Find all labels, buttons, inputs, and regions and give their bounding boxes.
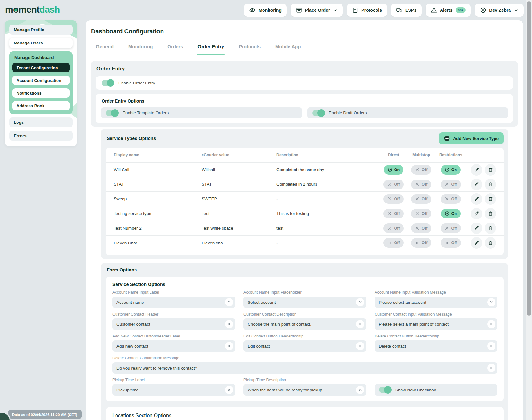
- multistop-off-pill[interactable]: Off: [411, 223, 431, 233]
- clear-input-button[interactable]: [487, 298, 495, 306]
- nav-place-order-button[interactable]: Place Order: [291, 4, 343, 17]
- x-icon: [227, 300, 231, 304]
- direct-on-pill[interactable]: On: [384, 165, 403, 175]
- delete-row-button[interactable]: [485, 164, 496, 176]
- add-new-contact-button-header-label-input[interactable]: Add new contact: [112, 340, 235, 352]
- restrictions-on-pill[interactable]: On: [441, 209, 461, 218]
- clear-input-button[interactable]: [225, 298, 233, 306]
- enable-order-entry-row: Enable Order Entry: [96, 76, 513, 90]
- tab-orders[interactable]: Orders: [167, 44, 183, 51]
- account-name-input-validation-message-input[interactable]: Please select an account: [375, 297, 497, 308]
- edit-row-button[interactable]: [471, 193, 482, 205]
- direct-off-pill[interactable]: Off: [383, 238, 403, 248]
- clear-input-button[interactable]: [487, 342, 495, 350]
- pill-state-label: Off: [394, 226, 400, 230]
- pickup-time-description-input[interactable]: When the items will be ready for pickup: [243, 384, 366, 396]
- multistop-off-pill[interactable]: Off: [411, 194, 431, 204]
- pill-state-label: Off: [451, 197, 457, 201]
- sidebar-item-logs[interactable]: Logs: [9, 117, 73, 127]
- pill-state-label: Off: [394, 241, 400, 245]
- restrictions-off-pill[interactable]: Off: [441, 180, 461, 189]
- clear-input-button[interactable]: [487, 320, 495, 328]
- nav-protocols-button[interactable]: Protocols: [347, 4, 387, 17]
- clear-input-button[interactable]: [356, 342, 364, 350]
- tab-order-entry[interactable]: Order Entry: [198, 44, 224, 51]
- pickup-time-label-input[interactable]: Pickup time: [112, 384, 235, 396]
- locations-section-options-card: Locations Section Options: [106, 407, 504, 420]
- nav-dev-zebra-button[interactable]: Dev Zebra: [475, 4, 524, 17]
- sidebar-item-address-book[interactable]: Address Book: [12, 101, 70, 110]
- clear-input-button[interactable]: [356, 298, 364, 306]
- account-name-input-label-input[interactable]: Account name: [112, 297, 235, 308]
- edit-row-button[interactable]: [471, 208, 482, 219]
- scrollbar-thumb[interactable]: [527, 1, 531, 316]
- nav-lsps-button[interactable]: LSPs: [391, 4, 422, 17]
- multistop-off-pill[interactable]: Off: [411, 209, 431, 218]
- clear-input-button[interactable]: [225, 320, 233, 328]
- direct-off-pill[interactable]: Off: [383, 209, 403, 218]
- restrictions-off-pill[interactable]: Off: [441, 223, 461, 233]
- input-value: When the items will be ready for pickup: [248, 388, 322, 392]
- service-types-heading: Service Types Options: [107, 136, 156, 141]
- enable-order-entry-toggle[interactable]: [102, 80, 114, 86]
- form-field-delete-contact-button-header-tooltip: Delete Contact Button Header/tooltipDele…: [375, 334, 497, 352]
- edit-contact-button-header-tooltip-input[interactable]: Edit contact: [243, 340, 366, 352]
- tab-label: Orders: [167, 44, 183, 49]
- nav-monitoring-button[interactable]: Monitoring: [244, 4, 286, 17]
- sidebar-item-tenant-configuration[interactable]: Tenant Configuration: [12, 63, 70, 72]
- clear-input-button[interactable]: [225, 342, 233, 350]
- tab-mobile-app[interactable]: Mobile App: [275, 44, 301, 51]
- delete-row-button[interactable]: [485, 193, 496, 205]
- tab-monitoring[interactable]: Monitoring: [128, 44, 153, 51]
- tab-general[interactable]: General: [96, 44, 114, 51]
- delete-row-button[interactable]: [485, 223, 496, 234]
- clear-input-button[interactable]: [356, 320, 364, 328]
- delete-contact-button-header-tooltip-input[interactable]: Delete contact: [375, 340, 497, 352]
- tab-protocols[interactable]: Protocols: [239, 44, 261, 51]
- delete-contact-confirmation-message-input[interactable]: Do you really want to remove this contac…: [112, 362, 497, 374]
- enable-draft-orders-toggle[interactable]: [312, 110, 324, 116]
- edit-row-button[interactable]: [471, 164, 482, 176]
- customer-contact-input-validation-message-input[interactable]: Please select a main point of contact.: [375, 318, 497, 330]
- edit-row-button[interactable]: [471, 237, 482, 249]
- show-now-checkbox-toggle[interactable]: [379, 387, 391, 393]
- edit-row-button[interactable]: [471, 223, 482, 234]
- multistop-off-pill[interactable]: Off: [411, 180, 431, 189]
- sidebar-item-errors[interactable]: Errors: [9, 131, 73, 141]
- column-header: Display name: [114, 153, 202, 157]
- direct-off-pill[interactable]: Off: [383, 223, 403, 233]
- restrictions-off-pill[interactable]: Off: [441, 238, 461, 248]
- order-entry-options-card: Order Entry Options Enable Template Orde…: [96, 94, 513, 123]
- direct-off-pill[interactable]: Off: [383, 194, 403, 204]
- x-icon: [415, 211, 420, 216]
- field-label: Account Name Input Validation Message: [375, 290, 497, 295]
- sidebar-item-notifications[interactable]: Notifications: [12, 88, 70, 98]
- multistop-off-pill[interactable]: Off: [411, 238, 431, 248]
- add-new-service-type-button[interactable]: Add New Service Type: [439, 132, 504, 144]
- clear-input-button[interactable]: [487, 364, 495, 372]
- pill-state-label: On: [451, 168, 457, 172]
- ecourier-value-cell: Test white space: [202, 226, 276, 230]
- restrictions-on-pill[interactable]: On: [441, 165, 461, 175]
- edit-row-button[interactable]: [471, 179, 482, 190]
- restrictions-off-pill[interactable]: Off: [441, 194, 461, 204]
- delete-row-button[interactable]: [485, 179, 496, 190]
- nav-alerts-button[interactable]: Alerts99+: [426, 4, 471, 17]
- customer-contact-header-input[interactable]: Customer contact: [112, 318, 235, 330]
- service-types-table: Display nameeCourier valueDescriptionDir…: [106, 148, 504, 255]
- multistop-off-pill[interactable]: Off: [411, 165, 431, 175]
- direct-off-pill[interactable]: Off: [383, 180, 403, 189]
- clear-input-button[interactable]: [356, 386, 364, 394]
- tab-label: General: [96, 44, 114, 49]
- top-bar: momentdash MonitoringPlace OrderProtocol…: [0, 0, 532, 20]
- sidebar-item-account-configuration[interactable]: Account Configuration: [12, 76, 70, 85]
- delete-row-button[interactable]: [485, 208, 496, 219]
- nav-button-label: Monitoring: [258, 8, 281, 13]
- account-name-input-placeholder-input[interactable]: Select account: [243, 297, 366, 308]
- delete-row-button[interactable]: [485, 237, 496, 249]
- enable-template-orders-toggle[interactable]: [106, 110, 118, 116]
- clear-input-button[interactable]: [225, 386, 233, 394]
- sidebar-item-manage-profile[interactable]: Manage Profile: [9, 25, 73, 35]
- sidebar-item-manage-users[interactable]: Manage Users: [9, 38, 73, 48]
- customer-contact-description-input[interactable]: Choose the main point of contact.: [243, 318, 366, 330]
